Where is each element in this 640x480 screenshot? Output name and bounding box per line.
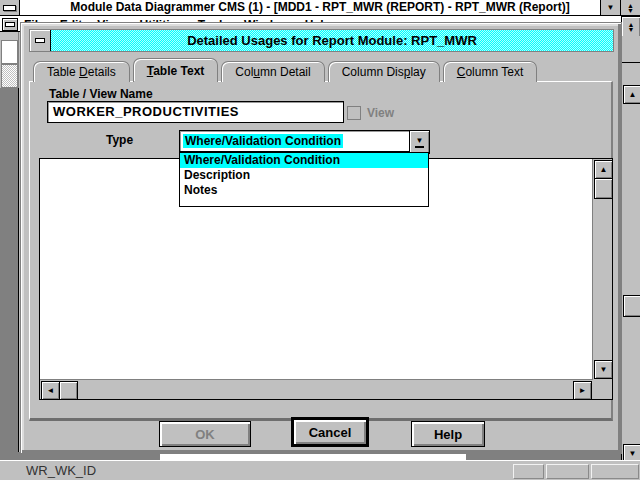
tab-table-details[interactable]: Table Details [33, 61, 130, 82]
right-arrow-icon: ► [579, 387, 587, 395]
restore-button[interactable]: ▲ ▼ [620, 0, 640, 15]
system-menu-button[interactable] [0, 0, 20, 15]
status-panel-2 [546, 464, 589, 479]
tab-strip: Table Details Table Text Column Detail C… [33, 59, 540, 82]
status-bar: WR_WK_ID [0, 460, 640, 480]
status-panel-3 [591, 464, 639, 479]
view-checkbox[interactable] [347, 106, 361, 120]
combo-dropdown-bar-icon [415, 146, 424, 148]
text-horizontal-scroll-thumb[interactable] [59, 381, 78, 400]
main-scroll-up-button[interactable]: ▲ [623, 85, 640, 104]
table-view-name-label: Table / View Name [49, 87, 153, 101]
status-panel-1 [513, 464, 544, 479]
scrollbar-divider [622, 62, 640, 63]
scrollbar-corner [593, 380, 612, 399]
type-combo-dropdown-button[interactable]: ▼ [409, 130, 430, 154]
main-window-title: Module Data Diagrammer CMS (1) - [MDD1 -… [0, 0, 640, 15]
tab-table-text[interactable]: Table Text [133, 58, 219, 82]
text-area-horizontal-scrollbar[interactable]: ◄ ► [40, 379, 593, 399]
up-arrow-icon: ▲ [600, 166, 608, 174]
tool-palette-empty-area [0, 88, 19, 460]
dialog-system-menu-button[interactable] [30, 30, 51, 51]
minimize-icon: ▼ [607, 4, 615, 12]
tool-button-1[interactable] [1, 40, 18, 64]
dropdown-option-notes[interactable]: Notes [180, 183, 428, 198]
tab-column-text[interactable]: Column Text [443, 61, 537, 82]
restore-icon: ▲ ▼ [627, 3, 634, 13]
screen: Module Data Diagrammer CMS (1) - [MDD1 -… [0, 0, 640, 480]
combo-dropdown-icon: ▼ [416, 137, 424, 145]
main-horizontal-scroll-thumb[interactable] [160, 453, 466, 460]
table-view-name-field[interactable]: WORKER_PRODUCTIVITIES [47, 101, 344, 123]
tool-palette [0, 32, 19, 460]
up-arrow-icon: ▲ [629, 91, 637, 99]
text-scroll-left-button[interactable]: ◄ [41, 381, 60, 400]
left-arrow-icon: ◄ [47, 387, 55, 395]
down-arrow-icon: ▼ [600, 366, 608, 374]
text-area-vertical-scrollbar[interactable]: ▲ ▼ [592, 159, 612, 380]
type-combo-field[interactable]: Where/Validation Condition [179, 130, 410, 152]
dialog-title: Detailed Usages for Report Module: RPT_M… [51, 30, 613, 51]
child-system-menu-icon [5, 22, 15, 27]
dropdown-option-description[interactable]: Description [180, 168, 428, 183]
help-button[interactable]: Help [411, 421, 485, 447]
child-restore-icon: ▲ ▼ [628, 22, 635, 32]
type-label: Type [106, 133, 133, 147]
type-combo-selected-value: Where/Validation Condition [183, 134, 343, 148]
child-system-menu-button[interactable] [2, 18, 18, 31]
ok-button[interactable]: OK [159, 421, 251, 447]
system-menu-icon [3, 5, 16, 11]
tab-column-detail[interactable]: Column Detail [221, 61, 324, 82]
child-restore-button[interactable]: ▲ ▼ [621, 16, 640, 38]
text-vertical-scroll-thumb[interactable] [594, 178, 613, 199]
detailed-usages-dialog: Detailed Usages for Report Module: RPT_M… [20, 22, 622, 454]
dropdown-option-where-validation-condition[interactable]: Where/Validation Condition [180, 153, 428, 168]
tab-column-display[interactable]: Column Display [328, 61, 440, 82]
text-scroll-down-button[interactable]: ▼ [594, 360, 613, 379]
main-vertical-scroll-thumb[interactable] [623, 295, 640, 317]
dialog-system-menu-icon [35, 38, 45, 43]
main-title-bar: Module Data Diagrammer CMS (1) - [MDD1 -… [0, 0, 640, 16]
status-text: WR_WK_ID [26, 463, 96, 478]
minimize-button[interactable]: ▼ [600, 0, 620, 15]
view-checkbox-label: View [367, 106, 394, 120]
main-vertical-scrollbar[interactable]: ▲ ▼ [621, 36, 640, 461]
tool-button-2[interactable] [1, 64, 18, 88]
down-arrow-icon: ▼ [629, 450, 637, 458]
dialog-title-bar: Detailed Usages for Report Module: RPT_M… [29, 29, 614, 52]
text-scroll-right-button[interactable]: ► [573, 381, 592, 400]
cancel-button[interactable]: Cancel [293, 419, 367, 445]
type-dropdown-list: Where/Validation Condition Description N… [179, 152, 429, 207]
text-scroll-up-button[interactable]: ▲ [594, 160, 613, 179]
